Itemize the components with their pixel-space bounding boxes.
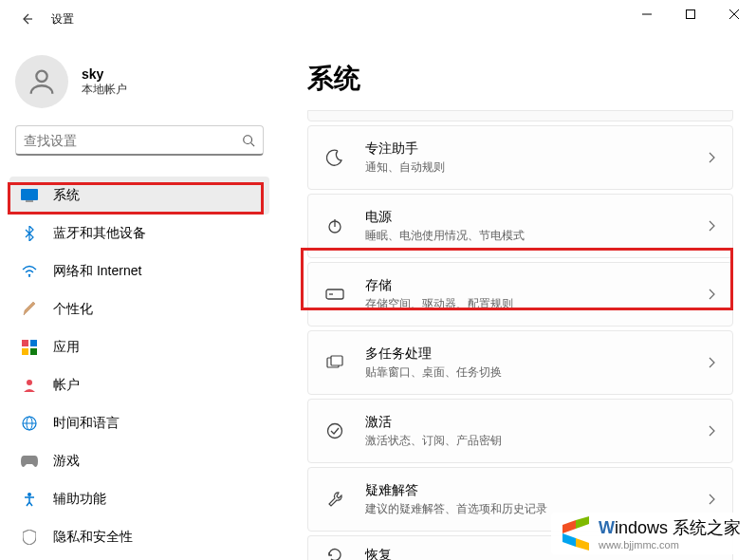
nav-privacy[interactable]: 隐私和安全性 <box>9 518 269 556</box>
wifi-icon <box>21 263 38 280</box>
card-power[interactable]: 电源 睡眠、电池使用情况、节电模式 <box>307 194 733 258</box>
card-subtitle: 贴靠窗口、桌面、任务切换 <box>365 364 687 381</box>
chevron-right-icon <box>708 152 715 163</box>
svg-point-5 <box>28 275 30 277</box>
card-title: 电源 <box>365 209 687 226</box>
nav-label: 游戏 <box>53 453 80 470</box>
svg-point-13 <box>28 493 31 496</box>
avatar <box>15 55 68 108</box>
chevron-right-icon <box>708 220 715 232</box>
watermark: Windows 系统之家 www.bjjmmc.com <box>551 513 748 554</box>
user-profile[interactable]: sky 本地帐户 <box>9 55 269 125</box>
user-name: sky <box>82 66 127 82</box>
nav-label: 蓝牙和其他设备 <box>53 225 146 242</box>
svg-rect-0 <box>687 10 695 19</box>
multitask-icon <box>325 353 344 372</box>
card-activation[interactable]: 激活 激活状态、订阅、产品密钥 <box>307 399 733 463</box>
bluetooth-icon <box>21 225 38 242</box>
nav-label: 网络和 Internet <box>53 263 141 280</box>
svg-rect-6 <box>22 340 28 346</box>
check-circle-icon <box>325 421 344 440</box>
svg-rect-7 <box>30 340 37 346</box>
storage-icon <box>325 285 344 304</box>
windows-logo-icon <box>559 516 593 551</box>
svg-rect-3 <box>21 189 38 200</box>
nav-bluetooth[interactable]: 蓝牙和其他设备 <box>9 215 269 252</box>
back-button[interactable] <box>9 2 44 36</box>
svg-rect-9 <box>30 348 37 355</box>
maximize-button[interactable] <box>669 0 712 28</box>
chevron-right-icon <box>708 425 715 437</box>
minimize-icon <box>642 9 652 19</box>
gamepad-icon <box>21 453 38 470</box>
nav-label: 时间和语言 <box>53 415 120 432</box>
nav-apps[interactable]: 应用 <box>9 328 269 366</box>
search-box[interactable] <box>15 125 264 156</box>
display-icon <box>21 187 38 204</box>
close-button[interactable] <box>712 0 756 28</box>
moon-icon <box>325 148 344 167</box>
nav-accounts[interactable]: 帐户 <box>9 366 269 404</box>
nav-label: 个性化 <box>53 301 93 318</box>
card-subtitle: 睡眠、电池使用情况、节电模式 <box>365 228 687 244</box>
apps-icon <box>21 339 38 356</box>
search-icon <box>242 134 255 147</box>
watermark-url: www.bjjmmc.com <box>599 539 741 551</box>
nav-label: 隐私和安全性 <box>53 529 133 546</box>
recovery-icon <box>325 546 344 561</box>
person-icon <box>26 65 58 98</box>
chevron-right-icon <box>708 357 715 368</box>
card-multitasking[interactable]: 多任务处理 贴靠窗口、桌面、任务切换 <box>307 330 733 395</box>
account-icon <box>21 377 38 394</box>
nav-accessibility[interactable]: 辅助功能 <box>9 480 269 518</box>
maximize-icon <box>686 9 695 19</box>
card-title: 专注助手 <box>365 140 687 158</box>
nav-label: 辅助功能 <box>53 491 106 508</box>
user-subtitle: 本地帐户 <box>82 82 127 98</box>
card-subtitle: 激活状态、订阅、产品密钥 <box>365 433 687 449</box>
chevron-right-icon <box>708 494 715 505</box>
card-subtitle: 通知、自动规则 <box>365 159 687 176</box>
nav-gaming[interactable]: 游戏 <box>9 442 269 480</box>
card-truncated-top <box>307 110 733 121</box>
svg-point-18 <box>328 424 342 439</box>
search-input[interactable] <box>24 133 242 148</box>
card-title: 存储 <box>365 277 687 294</box>
card-focus-assist[interactable]: 专注助手 通知、自动规则 <box>307 125 733 190</box>
card-title: 激活 <box>365 414 687 431</box>
arrow-left-icon <box>19 11 34 27</box>
svg-point-2 <box>244 135 252 143</box>
nav-label: 应用 <box>53 339 80 356</box>
card-subtitle: 存储空间、驱动器、配置规则 <box>365 296 687 312</box>
card-title: 多任务处理 <box>365 345 687 363</box>
minimize-button[interactable] <box>625 0 669 28</box>
card-title: 疑难解答 <box>365 482 687 499</box>
nav-time-language[interactable]: 时间和语言 <box>9 404 269 442</box>
svg-rect-17 <box>331 356 342 365</box>
svg-point-10 <box>27 380 32 385</box>
wrench-icon <box>325 490 344 509</box>
nav-label: 系统 <box>53 187 80 204</box>
brush-icon <box>21 301 38 318</box>
svg-rect-15 <box>326 289 343 299</box>
close-icon <box>729 9 739 19</box>
card-storage[interactable]: 存储 存储空间、驱动器、配置规则 <box>307 262 733 327</box>
nav-personalization[interactable]: 个性化 <box>9 290 269 328</box>
globe-icon <box>21 415 38 432</box>
chevron-right-icon <box>708 289 715 300</box>
accessibility-icon <box>21 491 38 508</box>
page-title: 系统 <box>307 61 733 97</box>
titlebar-title: 设置 <box>51 11 74 28</box>
svg-rect-4 <box>26 200 33 202</box>
nav-label: 帐户 <box>53 377 80 394</box>
nav-system[interactable]: 系统 <box>9 177 269 215</box>
watermark-brand: Windows 系统之家 <box>599 516 741 539</box>
shield-icon <box>21 529 38 546</box>
svg-rect-8 <box>22 348 28 355</box>
nav-network[interactable]: 网络和 Internet <box>9 252 269 290</box>
power-icon <box>325 216 344 235</box>
svg-point-1 <box>36 71 46 82</box>
